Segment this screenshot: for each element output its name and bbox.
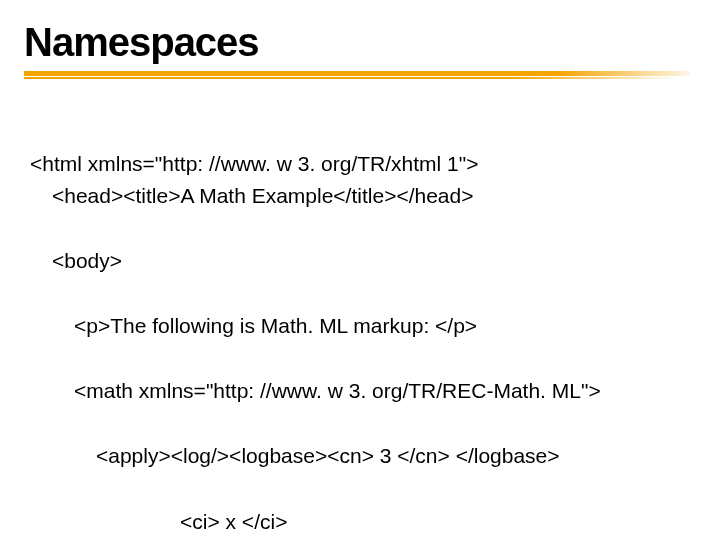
code-block: <html xmlns="http: //www. w 3. org/TR/xh… [30, 115, 690, 540]
page-title: Namespaces [24, 20, 690, 65]
code-line: <head><title>A Math Example</title></hea… [30, 180, 690, 213]
slide: Namespaces <html xmlns="http: //www. w 3… [0, 0, 720, 540]
code-line: <p>The following is Math. ML markup: </p… [30, 310, 690, 343]
code-line: <ci> x </ci> [30, 506, 690, 539]
code-line: <body> [30, 245, 690, 278]
title-underline [24, 71, 690, 93]
code-line: <math xmlns="http: //www. w 3. org/TR/RE… [30, 375, 690, 408]
code-line: <apply><log/><logbase><cn> 3 </cn> </log… [30, 440, 690, 473]
code-line: <html xmlns="http: //www. w 3. org/TR/xh… [30, 152, 478, 175]
